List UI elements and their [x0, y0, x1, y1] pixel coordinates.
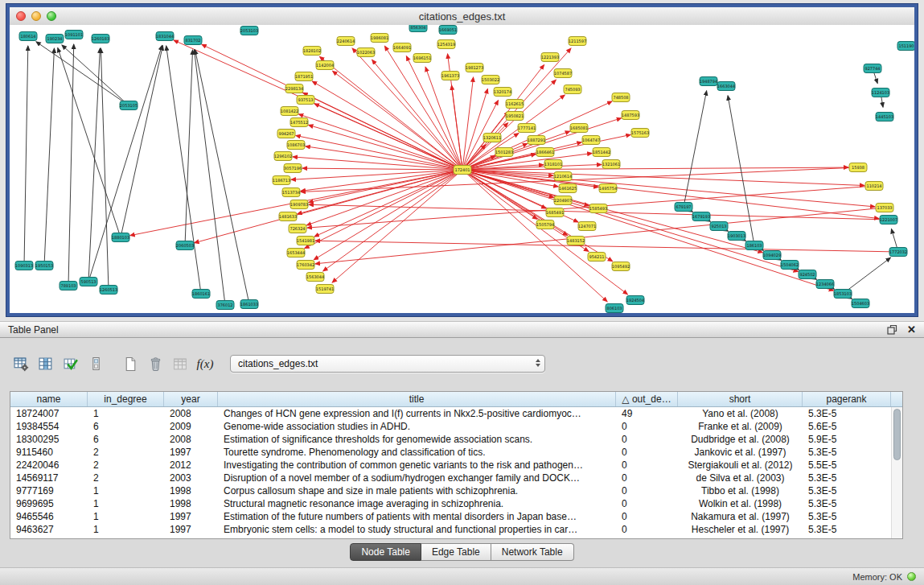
graph-node[interactable]: 1871951 [295, 72, 313, 81]
graph-node[interactable]: 789103 [60, 282, 77, 290]
graph-node[interactable]: 806103 [606, 304, 623, 313]
graph-node[interactable]: 748508 [612, 93, 630, 102]
graph-node[interactable]: 1866461 [536, 148, 554, 157]
graph-node[interactable]: 1186713 [273, 176, 290, 185]
graph-node[interactable]: 1696151 [413, 54, 431, 63]
graph-node[interactable]: 1501283 [495, 148, 513, 157]
graph-edge[interactable] [332, 170, 462, 282]
column-visibility-button[interactable] [35, 353, 57, 374]
graph-node[interactable]: 1760342 [297, 261, 314, 270]
graph-edge[interactable] [88, 45, 162, 282]
graph-node[interactable]: 1254319 [437, 40, 455, 49]
graph-node[interactable]: 3057196 [284, 164, 302, 173]
network-canvas[interactable]: 1724011828102114200418719512298134937513… [10, 25, 914, 313]
graph-node[interactable]: 679197 [675, 203, 692, 212]
graph-node[interactable]: 1461625 [559, 184, 577, 193]
graph-edge[interactable] [298, 114, 462, 170]
graph-node[interactable]: 1664091 [393, 43, 411, 52]
graph-node[interactable]: 1481633 [279, 212, 297, 221]
selection-mode-button[interactable] [84, 353, 107, 374]
column-header-2[interactable]: year [164, 392, 218, 406]
graph-node[interactable]: 1772032 [889, 248, 907, 257]
graph-edge[interactable] [195, 50, 249, 304]
graph-node[interactable]: 954211 [588, 253, 606, 262]
graph-edge[interactable] [36, 42, 129, 105]
graph-node[interactable]: 1909783 [290, 200, 308, 209]
graph-node[interactable]: 745093 [564, 85, 581, 94]
graph-edge[interactable] [58, 47, 121, 237]
graph-node[interactable]: 1081422 [281, 107, 298, 116]
graph-node[interactable]: 1022063 [357, 48, 375, 57]
graph-edge[interactable] [194, 50, 225, 305]
table-row[interactable]: 946554611997Estimation of the future num… [10, 510, 891, 523]
graph-node[interactable]: 1090313 [15, 262, 33, 270]
close-panel-button[interactable]: ✕ [907, 324, 916, 335]
column-header-5[interactable]: short [678, 392, 803, 406]
graph-edge[interactable] [684, 91, 707, 207]
graph-node[interactable]: 1211597 [569, 37, 586, 46]
graph-node[interactable]: 180614 [19, 32, 37, 41]
graph-node[interactable]: 1513734 [282, 188, 300, 197]
graph-node[interactable]: 1234066 [816, 280, 834, 289]
graph-node[interactable]: 1981273 [466, 64, 483, 72]
graph-node[interactable]: 1483152 [567, 237, 585, 245]
graph-node[interactable]: 1887291 [528, 136, 545, 145]
graph-node[interactable]: 924502 [799, 270, 816, 279]
graph-node[interactable]: 1679193 [692, 212, 710, 221]
graph-node[interactable]: 1296102 [274, 152, 292, 161]
graph-node[interactable]: 15938 [849, 163, 867, 172]
graph-node[interactable]: 1124103 [872, 89, 889, 97]
graph-edge[interactable] [166, 46, 201, 294]
column-header-0[interactable]: name [10, 392, 88, 406]
graph-edge[interactable] [185, 50, 193, 245]
import-table-button[interactable] [169, 353, 191, 374]
graph-node[interactable]: 1861033 [240, 300, 258, 309]
graph-edge[interactable] [309, 125, 462, 170]
graph-node[interactable]: 1948794 [700, 77, 717, 86]
graph-node[interactable]: 1504062 [781, 261, 799, 270]
graph-node[interactable]: 1663044 [717, 82, 735, 91]
table-row[interactable]: 1872400712008Changes of HCN gene express… [10, 407, 891, 420]
graph-node[interactable]: 925013 [710, 222, 728, 231]
table-row[interactable]: 1830029562008Estimation of significance … [10, 433, 891, 446]
graph-node[interactable]: 1777141 [518, 124, 536, 133]
table-row[interactable]: 911546021997Tourette syndrome. Phenomeno… [10, 446, 891, 459]
new-column-button[interactable] [119, 353, 142, 374]
table-row[interactable]: 1938455462009Genome-wide association stu… [10, 420, 891, 433]
graph-node[interactable]: 1142004 [316, 61, 334, 70]
graph-node[interactable]: 1986081 [371, 34, 388, 43]
minimize-window-button[interactable] [31, 11, 41, 21]
graph-node[interactable]: 1828102 [303, 47, 321, 56]
zoom-window-button[interactable] [47, 11, 56, 21]
graph-node[interactable]: 1210614 [554, 172, 572, 181]
graph-node[interactable]: 2204907 [554, 196, 572, 205]
graph-node[interactable]: 2240614 [337, 37, 355, 46]
graph-node[interactable]: 1950821 [506, 112, 524, 121]
graph-node[interactable]: 1247071 [578, 222, 596, 231]
column-header-1[interactable]: in_degree [88, 392, 164, 406]
graph-node[interactable]: 1475512 [290, 118, 308, 127]
graph-node[interactable]: 1519741 [316, 285, 334, 294]
graph-node[interactable]: 1162615 [506, 100, 524, 109]
tab-node-table[interactable]: Node Table [350, 543, 421, 561]
column-header-6[interactable]: pagerank [803, 392, 891, 406]
tab-network-table[interactable]: Network Table [491, 543, 574, 561]
graph-node[interactable]: 1221007 [880, 216, 897, 225]
graph-node[interactable]: 1924504 [626, 296, 644, 305]
graph-edge[interactable] [62, 45, 129, 105]
graph-node[interactable]: 1321061 [602, 160, 620, 169]
graph-node[interactable]: 2298134 [285, 84, 303, 93]
graph-node[interactable]: 1086703 [287, 141, 305, 150]
table-row[interactable]: 1456911722003Disruption of a novel membe… [10, 472, 891, 484]
graph-node[interactable]: 137033 [876, 204, 893, 212]
graph-edge[interactable] [312, 81, 462, 170]
graph-node[interactable]: 1961373 [441, 72, 459, 80]
table-row[interactable]: 2242004622012Investigating the contribut… [10, 459, 891, 472]
graph-edge[interactable] [24, 46, 28, 266]
column-header-4[interactable]: △ out_de… [616, 392, 678, 406]
graph-edge[interactable] [121, 46, 162, 237]
graph-edge[interactable] [296, 135, 462, 170]
graph-node[interactable]: 1853103 [834, 290, 852, 299]
graph-node[interactable]: 1860161 [192, 290, 210, 299]
float-panel-button[interactable] [887, 324, 897, 335]
